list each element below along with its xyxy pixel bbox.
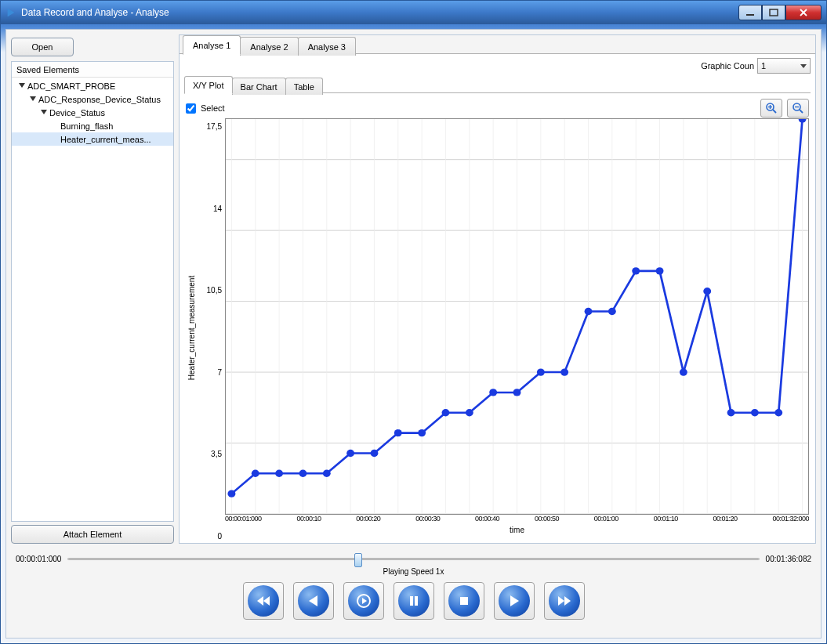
svg-point-70	[799, 119, 807, 123]
svg-point-48	[275, 470, 283, 477]
position-slider[interactable]	[67, 553, 759, 564]
analyse-tabs: Analyse 1Analyse 2Analyse 3	[180, 35, 815, 54]
svg-marker-72	[263, 596, 270, 606]
step-forward-button[interactable]	[494, 582, 535, 620]
pause-button[interactable]	[394, 582, 434, 620]
chart-y-axis: 17,51410,573,50	[198, 118, 225, 537]
chart-ylabel: Heater_current_measurement	[186, 118, 198, 537]
maximize-button[interactable]	[762, 5, 785, 20]
chart-area[interactable]	[225, 118, 809, 515]
tree-expand-icon[interactable]	[17, 81, 27, 91]
svg-marker-75	[362, 598, 367, 604]
sidebar: Open Saved Elements ADC_SMART_PROBEADC_R…	[11, 34, 174, 544]
transport-controls: 00:00:01:000 00:01:36:082 Playing Speed …	[11, 548, 816, 623]
svg-point-55	[442, 409, 450, 416]
graphic-count-label: Graphic Coun	[701, 61, 754, 71]
playing-speed-label: Playing Speed 1x	[383, 567, 444, 576]
svg-point-62	[608, 308, 616, 315]
svg-rect-77	[415, 596, 418, 606]
svg-marker-79	[510, 595, 519, 606]
svg-point-56	[466, 409, 473, 416]
chart-xlabel: time	[225, 526, 809, 537]
tree-item[interactable]: Device_Status	[12, 106, 173, 119]
svg-rect-78	[460, 597, 468, 605]
svg-marker-71	[257, 596, 263, 606]
analyse-tab[interactable]: Analyse 2	[240, 37, 298, 56]
time-start: 00:00:01:000	[16, 555, 61, 563]
svg-point-61	[585, 308, 593, 315]
svg-point-63	[632, 267, 640, 274]
svg-marker-80	[558, 596, 564, 606]
svg-line-13	[800, 110, 803, 113]
analyse-tab[interactable]: Analyse 1	[183, 35, 241, 55]
close-button[interactable]	[785, 5, 822, 20]
tree-expand-icon[interactable]	[39, 108, 49, 118]
tree-item[interactable]: ADC_Response_Device_Status	[12, 92, 173, 106]
svg-rect-1	[746, 14, 754, 16]
svg-point-50	[323, 470, 331, 477]
time-end: 00:01:36:082	[766, 555, 811, 563]
graphic-count-select[interactable]: 1	[757, 58, 811, 74]
element-tree[interactable]: ADC_SMART_PROBEADC_Response_Device_Statu…	[12, 78, 173, 521]
svg-point-64	[656, 267, 664, 274]
svg-line-9	[773, 110, 776, 113]
svg-point-52	[371, 450, 379, 457]
stop-button[interactable]	[444, 582, 484, 620]
svg-point-47	[252, 470, 259, 477]
tree-item-label: ADC_SMART_PROBE	[27, 81, 115, 91]
svg-rect-2	[770, 9, 778, 16]
svg-point-66	[703, 288, 711, 295]
tree-item[interactable]: Heater_current_meas...	[12, 132, 173, 146]
svg-marker-6	[30, 96, 36, 101]
select-label[interactable]: Select	[201, 103, 225, 113]
zoom-out-button[interactable]	[787, 99, 809, 118]
saved-elements-title: Saved Elements	[12, 62, 173, 78]
view-tab[interactable]: X/Y Plot	[184, 76, 233, 94]
view-tab[interactable]: Bar Chart	[232, 78, 286, 95]
zoom-in-button[interactable]	[760, 99, 782, 118]
svg-point-69	[774, 409, 782, 416]
window-title: Data Record and Analyse - Analyse	[21, 7, 738, 18]
main-panel: Analyse 1Analyse 2Analyse 3 Graphic Coun…	[179, 34, 816, 544]
view-tabs: X/Y PlotBar ChartTable	[184, 76, 811, 93]
svg-marker-7	[41, 110, 47, 114]
rewind-button[interactable]	[243, 582, 284, 620]
svg-point-67	[727, 409, 735, 416]
svg-rect-76	[410, 596, 413, 606]
tree-item-label: Device_Status	[49, 108, 105, 118]
svg-point-57	[489, 389, 497, 396]
tree-item[interactable]: Burning_flash	[12, 119, 173, 132]
minimize-button[interactable]	[738, 5, 762, 20]
tree-expand-icon[interactable]	[28, 95, 38, 104]
open-button[interactable]: Open	[11, 38, 74, 56]
plot-panel: Select Heater_current_measurement 17	[184, 93, 811, 538]
tree-item-label: Burning_flash	[60, 121, 113, 131]
play-button[interactable]	[343, 582, 384, 620]
saved-elements-panel: Saved Elements ADC_SMART_PROBEADC_Respon…	[11, 61, 174, 522]
app-window: Data Record and Analyse - Analyse Open S…	[0, 0, 827, 644]
svg-point-46	[227, 490, 235, 497]
attach-element-button[interactable]: Attach Element	[11, 525, 174, 544]
chart-x-axis: 00:00:01:00000:00:1000:00:2000:00:3000:0…	[225, 515, 809, 526]
svg-point-59	[537, 368, 545, 375]
tree-item[interactable]: ADC_SMART_PROBE	[12, 79, 173, 92]
app-icon	[5, 7, 16, 18]
view-tab[interactable]: Table	[285, 78, 323, 95]
analyse-tab[interactable]: Analyse 3	[298, 37, 356, 56]
fast-forward-button[interactable]	[544, 582, 585, 620]
svg-point-60	[560, 368, 568, 375]
tree-item-label: Heater_current_meas...	[60, 135, 151, 144]
svg-marker-0	[8, 9, 15, 17]
svg-point-58	[513, 389, 521, 396]
tree-item-label: ADC_Response_Device_Status	[38, 95, 161, 104]
svg-marker-81	[564, 596, 571, 606]
svg-point-49	[299, 470, 306, 477]
svg-marker-73	[309, 595, 317, 606]
step-back-button[interactable]	[293, 582, 334, 620]
svg-point-68	[751, 409, 759, 416]
select-checkbox[interactable]	[186, 103, 196, 114]
svg-point-53	[394, 429, 402, 436]
titlebar[interactable]: Data Record and Analyse - Analyse	[1, 1, 826, 24]
client-area: Open Saved Elements ADC_SMART_PROBEADC_R…	[5, 29, 822, 639]
svg-point-51	[346, 450, 354, 457]
